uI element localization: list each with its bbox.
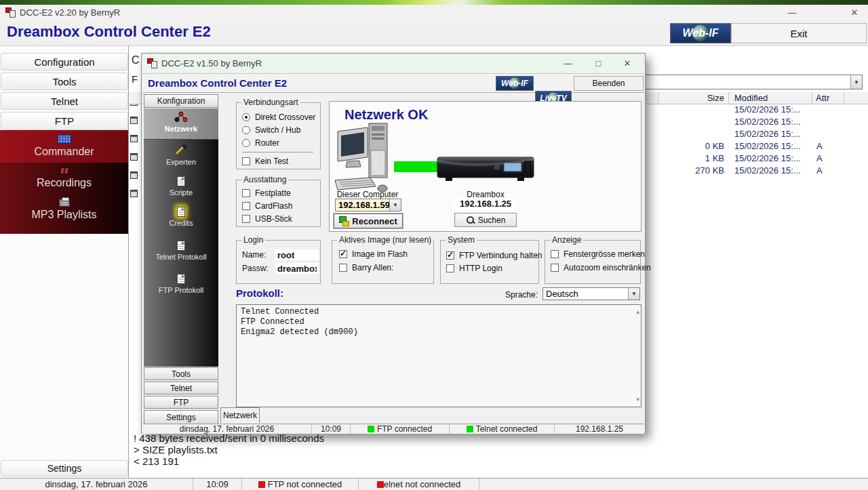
- dreambox-image: [436, 152, 535, 187]
- checkbox-icon[interactable]: [242, 215, 250, 223]
- reconnect-icon: [339, 216, 349, 226]
- webif-button[interactable]: Web-IF: [496, 76, 534, 91]
- sidebar-item-scripte[interactable]: Scripte: [144, 176, 218, 197]
- close-icon[interactable]: ✕: [844, 7, 865, 18]
- name-field[interactable]: [275, 249, 319, 260]
- search-icon: [466, 216, 475, 224]
- network-status-panel: Netzwerk OK: [329, 101, 642, 232]
- remote-path-combobox[interactable]: ▼: [640, 75, 863, 89]
- log-line: > SIZE playlists.txt: [134, 444, 866, 455]
- screen: DCC-E2 v2.20 by BernyR — ✕ Dreambox Cont…: [0, 0, 868, 490]
- beenden-button[interactable]: Beenden: [574, 76, 644, 91]
- checkbox-icon[interactable]: [242, 189, 250, 197]
- column-header-attr[interactable]: Attr: [816, 93, 829, 103]
- checkbox-usb-stick[interactable]: USB-Stick: [242, 214, 320, 224]
- child-settings-button[interactable]: Settings: [144, 410, 218, 424]
- anzeige-group: Anzeige Fenstergrösse merken Autozoom ei…: [545, 240, 641, 284]
- status-time: 10:09: [193, 478, 242, 490]
- checkbox-ftp-verbindung-halten[interactable]: FTP Verbindung halten: [446, 251, 538, 260]
- sidebar-item-mp3-playlists[interactable]: MP3 Playlists: [0, 199, 128, 221]
- checkbox-icon[interactable]: [339, 264, 347, 272]
- checkbox-fenstergroesse-merken[interactable]: Fenstergrösse merken: [551, 249, 640, 259]
- child-titlebar: DCC-E2 v1.50 by BernyR — □ ✕: [142, 54, 645, 73]
- checkbox-image-im-flash[interactable]: Image im Flash: [339, 249, 433, 259]
- tab-netzwerk[interactable]: Netzwerk: [220, 407, 260, 423]
- checkbox-icon[interactable]: [242, 202, 250, 210]
- checkbox-autozoom-einschraenken[interactable]: Autozoom einschränken: [551, 263, 640, 272]
- sidebar-item-experten[interactable]: Experten: [144, 144, 218, 166]
- sidebar-item-tools[interactable]: Tools: [1, 73, 128, 90]
- sidebar-item-netzwerk[interactable]: Netzwerk: [144, 108, 218, 140]
- minimize-icon[interactable]: —: [781, 7, 803, 18]
- scroll-down-icon[interactable]: ▼: [636, 394, 639, 405]
- protokoll-log[interactable]: Telnet Connected FTP Connected Enigma2 d…: [236, 304, 642, 407]
- checkbox-icon[interactable]: [551, 264, 559, 272]
- column-header-modified[interactable]: Modified: [734, 93, 768, 103]
- column-header-size[interactable]: Size: [672, 93, 724, 103]
- checkbox-icon[interactable]: [242, 157, 250, 165]
- divider: [242, 152, 313, 152]
- dropdown-arrow-icon[interactable]: ▼: [628, 288, 639, 300]
- checkbox-icon[interactable]: [446, 251, 454, 260]
- dropdown-arrow-icon[interactable]: ▼: [389, 199, 401, 211]
- sidebar-item-settings[interactable]: Settings: [1, 460, 128, 476]
- exit-button[interactable]: Exit: [731, 23, 867, 43]
- log-line: < 213 191: [134, 455, 866, 467]
- checkbox-http-login[interactable]: HTTP Login: [446, 264, 538, 273]
- sidebar-item-credits[interactable]: Credits: [144, 207, 218, 227]
- status-time: 10:09: [312, 424, 351, 434]
- radio-icon[interactable]: [242, 139, 250, 147]
- document-icon: [144, 274, 218, 284]
- checkbox-icon[interactable]: [339, 250, 347, 258]
- main-statusbar: dinsdag, 17. februari 2026 10:09 FTP not…: [0, 478, 868, 490]
- ausstattung-group: Ausstattung Festplatte CardFlash USB-Sti…: [236, 180, 321, 227]
- sidebar-item-commander[interactable]: Commander: [0, 130, 128, 163]
- minimize-icon[interactable]: —: [553, 58, 583, 68]
- aktives-image-group: Aktives Image (nur lesen) Image im Flash…: [332, 240, 434, 284]
- connection-bar: [394, 161, 437, 172]
- radio-icon[interactable]: [242, 126, 250, 134]
- computer-ip-combobox[interactable]: 192.168.1.59 ▼: [335, 199, 401, 211]
- sidebar-item-configuration[interactable]: Configuration: [1, 53, 128, 70]
- close-icon[interactable]: ✕: [614, 58, 641, 68]
- checkbox-icon[interactable]: [446, 264, 454, 272]
- konfiguration-button[interactable]: Konfiguration: [144, 94, 218, 108]
- webif-button[interactable]: Web-IF: [670, 23, 731, 43]
- status-telnet: Telnet connected: [450, 424, 555, 434]
- child-app-title: Dreambox Control Center E2: [148, 77, 287, 89]
- child-tools-button[interactable]: Tools: [144, 367, 218, 380]
- maximize-icon[interactable]: □: [583, 58, 614, 68]
- radio-switch-hub[interactable]: Switch / Hub: [242, 125, 320, 135]
- child-sidebar-panel: Netzwerk Experten Scripte Credits: [144, 108, 218, 367]
- checkbox-festplatte[interactable]: Festplatte: [242, 188, 320, 198]
- sidebar-item-telnet-protokoll[interactable]: Telnet Protokoll: [144, 241, 218, 261]
- computer-label: Dieser Computer: [334, 190, 401, 199]
- scroll-up-icon[interactable]: ▲: [636, 307, 639, 317]
- clipped-text-fragment: C: [132, 54, 140, 66]
- radio-router[interactable]: Router: [242, 138, 320, 148]
- sprache-combobox[interactable]: Deutsch ▼: [542, 287, 640, 300]
- log-line: FTP Connected: [241, 317, 631, 327]
- dropdown-arrow-icon[interactable]: ▼: [850, 75, 862, 89]
- radio-direkt-crossover[interactable]: Direkt Crossover: [242, 113, 320, 122]
- checkbox-barry-allen[interactable]: Barry Allen:: [339, 263, 433, 272]
- status-date: dinsdag, 17. februari 2026: [0, 478, 193, 490]
- suchen-button[interactable]: Suchen: [454, 213, 517, 227]
- sidebar-item-ftp[interactable]: FTP: [1, 112, 128, 130]
- radio-icon[interactable]: [242, 113, 250, 121]
- checkbox-kein-test[interactable]: Kein Test: [242, 157, 320, 166]
- child-telnet-button[interactable]: Telnet: [144, 382, 218, 394]
- login-group: Login Name: Passw:: [236, 240, 321, 284]
- sidebar-item-ftp-protokoll[interactable]: FTP Protokoll: [144, 274, 218, 294]
- reconnect-button[interactable]: Reconnect: [334, 213, 403, 228]
- mp3-playlists-icon: [59, 199, 70, 207]
- sidebar-item-recordings[interactable]: Recordings: [0, 167, 128, 189]
- child-ftp-button[interactable]: FTP: [144, 396, 218, 409]
- passw-field[interactable]: [275, 263, 319, 274]
- commander-icon: [58, 135, 71, 144]
- netzwerk-icon: [144, 111, 218, 123]
- status-empty: [479, 478, 868, 490]
- sidebar-item-telnet[interactable]: Telnet: [1, 92, 128, 110]
- checkbox-cardflash[interactable]: CardFlash: [242, 201, 320, 211]
- checkbox-icon[interactable]: [551, 250, 559, 258]
